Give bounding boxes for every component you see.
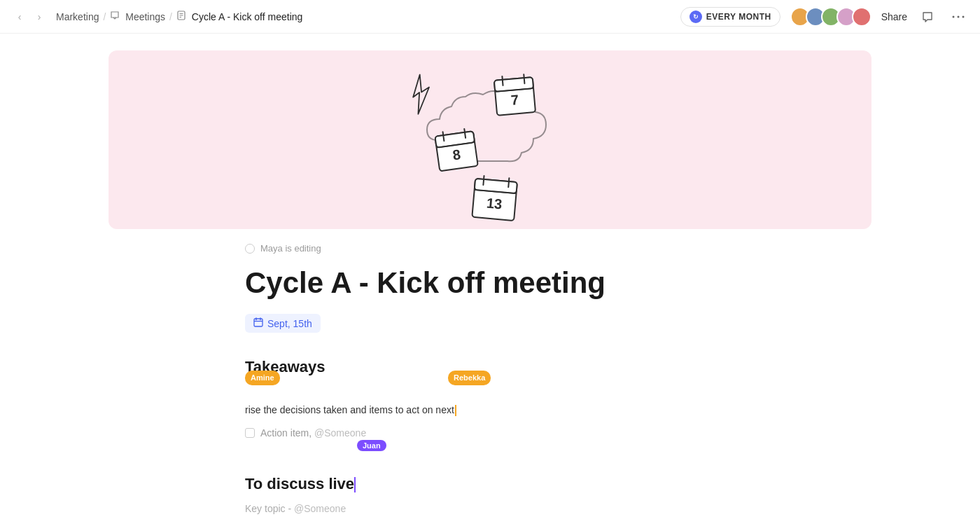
editing-status-text: Maya is editing: [260, 243, 321, 254]
takeaways-heading[interactable]: Takeaways: [245, 358, 735, 376]
breadcrumb-meetings-label: Meetings: [125, 11, 165, 22]
svg-line-23: [508, 178, 509, 187]
key-mention: @Someone: [294, 503, 346, 514]
takeaways-body[interactable]: Amine Rebekka rise the decisions taken a…: [245, 386, 735, 418]
key-topic-row[interactable]: Key topic - @Someone: [245, 503, 735, 514]
svg-text:13: 13: [486, 195, 503, 212]
action-item-label: Action item,: [260, 427, 312, 439]
more-button[interactable]: [948, 6, 969, 27]
svg-rect-25: [254, 319, 262, 326]
main-content: 7 8 13: [0, 34, 980, 531]
recurrence-button[interactable]: ↻ EVERY MONTH: [680, 7, 780, 27]
back-button[interactable]: ‹: [11, 8, 28, 25]
hero-banner: 7 8 13: [108, 50, 872, 229]
svg-line-11: [524, 74, 524, 83]
recurrence-icon: ↻: [690, 11, 702, 23]
doc-icon: [176, 11, 186, 20]
avatar-5[interactable]: [852, 7, 872, 27]
svg-line-10: [502, 76, 503, 85]
action-item-text[interactable]: Action item, @Someone: [260, 427, 366, 439]
cursor-line-takeaways: [455, 405, 456, 416]
takeaways-prefix: rise the decisions taken and items to ac…: [245, 403, 454, 418]
calendar-icon: [253, 317, 263, 329]
page-title[interactable]: Cycle A - Kick off meeting: [245, 266, 735, 300]
meetings-icon: [110, 11, 120, 20]
cursor-line-discuss: [354, 477, 356, 492]
svg-text:7: 7: [510, 92, 519, 108]
action-checkbox[interactable]: [245, 428, 255, 438]
header: ‹ › Marketing / Meetings /: [0, 0, 980, 34]
breadcrumb-marketing[interactable]: Marketing: [56, 11, 99, 22]
avatar-group: [790, 7, 872, 27]
cursor-label-amine: Amine: [245, 371, 280, 385]
cursor-label-rebekka: Rebekka: [448, 371, 491, 385]
breadcrumb-doc-label: Cycle A - Kick off meeting: [192, 11, 302, 22]
breadcrumb-sep-2: /: [169, 11, 172, 22]
takeaways-section: Takeaways Amine Rebekka rise the decisio…: [245, 358, 735, 439]
key-topic-label: Key topic -: [245, 503, 291, 514]
svg-rect-8: [494, 77, 533, 92]
svg-point-5: [958, 15, 960, 18]
forward-button[interactable]: ›: [31, 8, 48, 25]
action-item-row: Action item, @Someone: [245, 427, 735, 439]
to-discuss-label: To discuss live: [245, 475, 354, 492]
date-badge[interactable]: Sept, 15th: [245, 314, 321, 333]
editing-indicator: Maya is editing: [245, 243, 735, 254]
share-button[interactable]: Share: [881, 11, 907, 22]
svg-point-6: [962, 15, 965, 18]
header-right: ↻ EVERY MONTH Share: [680, 6, 969, 27]
svg-point-4: [953, 15, 955, 18]
breadcrumb-sep-1: /: [103, 11, 106, 22]
to-discuss-heading[interactable]: Juan To discuss live: [245, 455, 735, 493]
recurrence-label: EVERY MONTH: [706, 12, 771, 22]
breadcrumb-meetings[interactable]: Meetings: [110, 11, 165, 22]
svg-line-22: [483, 176, 484, 185]
document-content: Maya is editing Cycle A - Kick off meeti…: [245, 243, 735, 514]
editing-circle-icon: [245, 244, 255, 254]
breadcrumb-current[interactable]: Cycle A - Kick off meeting: [176, 11, 302, 22]
to-discuss-section: Juan To discuss live Key topic - @Someon…: [245, 455, 735, 514]
breadcrumb: Marketing / Meetings / Cycle A - Ki: [56, 11, 302, 22]
hero-illustration: 7 8 13: [385, 49, 595, 231]
nav-arrows: ‹ ›: [11, 8, 48, 25]
action-mention: @Someone: [314, 427, 366, 439]
comment-button[interactable]: [917, 6, 938, 27]
date-label: Sept, 15th: [267, 318, 312, 329]
cursor-label-juan: Juan: [357, 440, 386, 451]
